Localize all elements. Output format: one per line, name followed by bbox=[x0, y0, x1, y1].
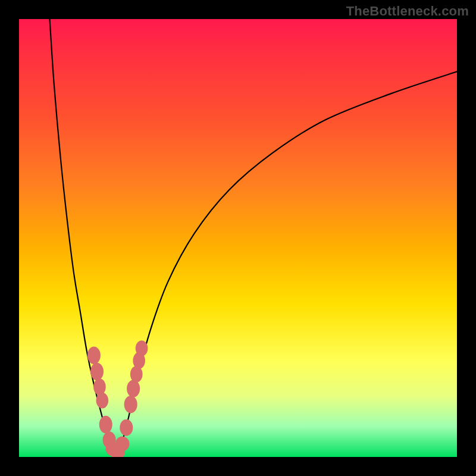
chart-frame: TheBottleneck.com bbox=[0, 0, 476, 476]
plot-area bbox=[19, 19, 457, 457]
curve-layer bbox=[19, 19, 457, 457]
bead-marker bbox=[93, 378, 106, 395]
bead-marker bbox=[124, 396, 137, 413]
bead-marker bbox=[127, 380, 140, 397]
bead-marker bbox=[87, 347, 101, 364]
attribution-label: TheBottleneck.com bbox=[346, 4, 469, 19]
bead-marker bbox=[120, 419, 133, 436]
bead-marker bbox=[115, 436, 130, 451]
bead-marker bbox=[99, 416, 112, 433]
bead-markers bbox=[87, 340, 148, 457]
bead-marker bbox=[136, 340, 148, 356]
bead-marker bbox=[90, 363, 104, 380]
bead-marker bbox=[96, 393, 109, 408]
curve-right-branch bbox=[118, 71, 457, 453]
